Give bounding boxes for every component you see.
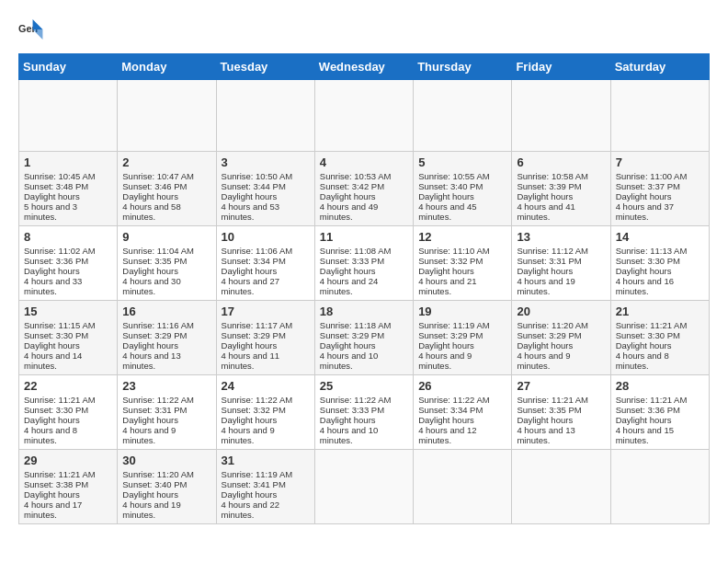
calendar-cell: 27Sunrise: 11:21 AMSunset: 3:35 PMDaylig… (512, 375, 610, 450)
sunset-text: Sunset: 3:41 PM (222, 479, 310, 489)
calendar-cell: 29Sunrise: 11:21 AMSunset: 3:38 PMDaylig… (19, 450, 118, 524)
daylight-value: 4 hours and 33 minutes. (24, 276, 112, 296)
sunrise-text: Sunrise: 11:22 AM (122, 395, 210, 405)
daylight-value: 4 hours and 13 minutes. (122, 350, 210, 371)
daylight-text: Daylight hours (320, 266, 408, 276)
sunrise-text: Sunrise: 11:20 AM (517, 320, 605, 330)
sunrise-text: Sunrise: 11:21 AM (517, 395, 605, 405)
sunset-text: Sunset: 3:36 PM (24, 256, 112, 266)
day-number: 27 (517, 379, 605, 393)
sunrise-text: Sunrise: 11:13 AM (616, 246, 704, 256)
sunset-text: Sunset: 3:36 PM (616, 405, 704, 415)
daylight-value: 4 hours and 27 minutes. (222, 276, 310, 296)
calendar-cell: 22Sunrise: 11:21 AMSunset: 3:30 PMDaylig… (19, 375, 118, 450)
calendar-cell (19, 80, 118, 152)
sunset-text: Sunset: 3:32 PM (222, 405, 310, 415)
daylight-text: Daylight hours (122, 340, 210, 350)
sunrise-text: Sunrise: 11:08 AM (320, 246, 408, 256)
daylight-value: 4 hours and 10 minutes. (320, 425, 408, 445)
day-number: 30 (122, 454, 210, 467)
daylight-text: Daylight hours (24, 415, 112, 425)
calendar-cell (414, 450, 512, 524)
daylight-text: Daylight hours (616, 415, 704, 425)
daylight-text: Daylight hours (517, 340, 605, 350)
sunset-text: Sunset: 3:34 PM (222, 256, 310, 266)
day-number: 3 (222, 155, 310, 169)
calendar-cell (314, 450, 413, 524)
day-number: 8 (24, 230, 112, 244)
daylight-value: 4 hours and 37 minutes. (616, 201, 704, 222)
calendar-cell: 14Sunrise: 11:13 AMSunset: 3:30 PMDaylig… (610, 226, 709, 301)
calendar-cell: 11Sunrise: 11:08 AMSunset: 3:33 PMDaylig… (314, 226, 413, 301)
sunrise-text: Sunrise: 10:58 AM (517, 171, 605, 181)
daylight-value: 4 hours and 22 minutes. (222, 500, 310, 520)
daylight-value: 4 hours and 17 minutes. (24, 500, 112, 520)
daylight-value: 4 hours and 58 minutes. (122, 201, 210, 222)
sunset-text: Sunset: 3:30 PM (24, 330, 112, 340)
sunset-text: Sunset: 3:34 PM (418, 405, 506, 415)
daylight-value: 4 hours and 9 minutes. (418, 350, 506, 371)
day-number: 16 (122, 304, 210, 318)
daylight-value: 4 hours and 9 minutes. (517, 350, 605, 371)
sunset-text: Sunset: 3:35 PM (122, 256, 210, 266)
day-header-sunday: Sunday (19, 54, 118, 80)
day-number: 10 (222, 230, 310, 244)
calendar-cell: 7Sunrise: 11:00 AMSunset: 3:37 PMDayligh… (610, 152, 709, 226)
sunset-text: Sunset: 3:30 PM (24, 405, 112, 415)
day-number: 29 (24, 454, 112, 467)
calendar-cell: 16Sunrise: 11:16 AMSunset: 3:29 PMDaylig… (118, 301, 216, 375)
daylight-text: Daylight hours (320, 191, 408, 201)
daylight-value: 4 hours and 24 minutes. (320, 276, 408, 296)
sunrise-text: Sunrise: 10:47 AM (122, 171, 210, 181)
day-number: 14 (616, 230, 704, 244)
sunset-text: Sunset: 3:44 PM (222, 181, 310, 191)
day-number: 19 (418, 304, 506, 318)
day-number: 15 (24, 304, 112, 318)
day-number: 9 (122, 230, 210, 244)
sunrise-text: Sunrise: 11:21 AM (24, 469, 112, 479)
sunrise-text: Sunrise: 10:45 AM (24, 171, 112, 181)
daylight-text: Daylight hours (517, 191, 605, 201)
day-number: 26 (418, 379, 506, 393)
sunrise-text: Sunrise: 11:15 AM (24, 320, 112, 330)
sunset-text: Sunset: 3:30 PM (616, 256, 704, 266)
sunset-text: Sunset: 3:39 PM (517, 181, 605, 191)
header: Gen (18, 17, 710, 42)
sunrise-text: Sunrise: 11:22 AM (222, 395, 310, 405)
sunrise-text: Sunrise: 11:12 AM (517, 246, 605, 256)
daylight-text: Daylight hours (517, 266, 605, 276)
calendar-cell: 4Sunrise: 10:53 AMSunset: 3:42 PMDayligh… (314, 152, 413, 226)
daylight-text: Daylight hours (320, 340, 408, 350)
sunrise-text: Sunrise: 11:22 AM (418, 395, 506, 405)
calendar-cell: 1Sunrise: 10:45 AMSunset: 3:48 PMDayligh… (19, 152, 118, 226)
sunrise-text: Sunrise: 11:06 AM (222, 246, 310, 256)
sunset-text: Sunset: 3:42 PM (320, 181, 408, 191)
daylight-text: Daylight hours (616, 266, 704, 276)
calendar-cell: 19Sunrise: 11:19 AMSunset: 3:29 PMDaylig… (414, 301, 512, 375)
daylight-text: Daylight hours (418, 415, 506, 425)
calendar-cell (512, 450, 610, 524)
sunset-text: Sunset: 3:37 PM (616, 181, 704, 191)
daylight-value: 4 hours and 45 minutes. (418, 201, 506, 222)
day-number: 1 (24, 155, 112, 169)
daylight-value: 4 hours and 8 minutes. (24, 425, 112, 445)
daylight-text: Daylight hours (24, 266, 112, 276)
calendar-cell (314, 80, 413, 152)
daylight-value: 4 hours and 12 minutes. (418, 425, 506, 445)
calendar-cell: 13Sunrise: 11:12 AMSunset: 3:31 PMDaylig… (512, 226, 610, 301)
calendar-cell: 17Sunrise: 11:17 AMSunset: 3:29 PMDaylig… (216, 301, 314, 375)
sunrise-text: Sunrise: 11:21 AM (616, 395, 704, 405)
calendar-cell: 3Sunrise: 10:50 AMSunset: 3:44 PMDayligh… (216, 152, 314, 226)
day-number: 18 (320, 304, 408, 318)
daylight-text: Daylight hours (24, 489, 112, 500)
sunset-text: Sunset: 3:35 PM (517, 405, 605, 415)
sunset-text: Sunset: 3:33 PM (320, 256, 408, 266)
calendar-cell: 15Sunrise: 11:15 AMSunset: 3:30 PMDaylig… (19, 301, 118, 375)
sunrise-text: Sunrise: 10:53 AM (320, 171, 408, 181)
calendar-cell: 23Sunrise: 11:22 AMSunset: 3:31 PMDaylig… (118, 375, 216, 450)
daylight-text: Daylight hours (222, 415, 310, 425)
calendar-cell: 21Sunrise: 11:21 AMSunset: 3:30 PMDaylig… (610, 301, 709, 375)
sunrise-text: Sunrise: 11:22 AM (320, 395, 408, 405)
day-number: 7 (616, 155, 704, 169)
day-header-saturday: Saturday (610, 54, 709, 80)
